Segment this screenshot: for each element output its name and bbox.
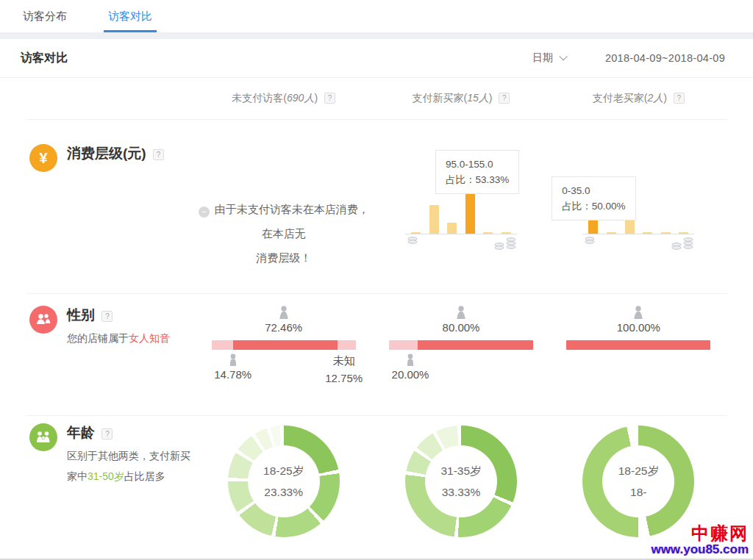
coin-scale: [405, 236, 517, 251]
bar[interactable]: [679, 232, 688, 234]
male-stat: 14.78%: [209, 353, 257, 381]
female-stat: 72.46%: [195, 306, 372, 334]
gender-bar[interactable]: [389, 340, 533, 350]
gender-row: 性别 ? 您的店铺属于女人知音 72.46% 14.78% 未知: [26, 294, 727, 416]
donut-chart[interactable]: 18-25岁 18-: [582, 426, 694, 537]
gender-bar-segment: [389, 340, 418, 350]
tooltip-range: 95.0-155.0: [446, 157, 509, 172]
age-row: 年龄 ? 区别于其他两类，支付新买 家中31-50岁占比居多 18-25岁 23…: [26, 416, 727, 560]
tooltip-range: 0-35.0: [562, 183, 625, 198]
bar[interactable]: [483, 232, 493, 234]
date-filter-label: 日期: [532, 51, 553, 65]
bar[interactable]: [429, 205, 439, 234]
yuan-icon: ¥: [29, 144, 57, 172]
coin-single-icon: [407, 236, 418, 245]
spend-note-cell: −由于未支付访客未在本店消费，在本店无 消费层级！: [195, 120, 372, 293]
male-icon: [403, 353, 418, 367]
bar[interactable]: [411, 232, 421, 234]
help-icon[interactable]: ?: [101, 428, 113, 439]
page-title: 访客对比: [21, 51, 68, 66]
coin-stack-icon: [671, 236, 694, 251]
age-donut-new-buyers: 31-35岁 33.33%: [372, 416, 549, 560]
coin-single-icon: [584, 236, 596, 245]
gender-label: 性别 ? 您的店铺属于女人知音: [26, 294, 195, 415]
gender-bar-segment: [212, 340, 233, 350]
gender-cell-unpaid: 72.46% 14.78% 未知 12.75%: [195, 294, 372, 415]
minus-circle-icon: −: [199, 207, 210, 218]
section-header: 访客对比 日期 2018-04-09~2018-04-09: [0, 39, 753, 78]
gender-bar-segment: [233, 340, 338, 350]
bar[interactable]: [607, 232, 616, 234]
chart-tooltip: 0-35.0 占比：50.00%: [552, 176, 635, 220]
unknown-stat: 未知 12.75%: [315, 352, 374, 387]
family-icon: [29, 423, 57, 451]
male-stat: 20.00%: [386, 353, 435, 381]
chart-axis: [405, 234, 517, 234]
gender-subtitle: 您的店铺属于女人知音: [67, 328, 170, 348]
date-range[interactable]: 2018-04-09~2018-04-09: [605, 52, 725, 64]
help-icon[interactable]: ?: [153, 149, 164, 160]
spend-level-title: 消费层级(元): [67, 146, 146, 161]
people-icon: [29, 306, 57, 334]
age-title: 年龄: [67, 425, 95, 440]
help-icon[interactable]: ?: [499, 93, 510, 104]
female-stat: 100.00%: [550, 306, 727, 334]
gender-subtitle-highlight: 女人知音: [129, 332, 170, 344]
tooltip-share: 占比：50.00%: [562, 198, 625, 214]
chart-axis: [582, 234, 694, 234]
donut-center-label: 18-25岁 18-: [602, 445, 674, 517]
chart-tooltip: 95.0-155.0 占比：53.33%: [435, 150, 519, 194]
help-icon[interactable]: ?: [674, 93, 685, 104]
bar[interactable]: [661, 232, 671, 234]
help-icon[interactable]: ?: [101, 311, 113, 322]
column-header-unpaid-visitors: 未支付访客(690人) ?: [195, 92, 372, 105]
spend-level-label: ¥ 消费层级(元) ?: [26, 120, 195, 293]
column-headers: 未支付访客(690人) ? 支付新买家(15人) ? 支付老买家(2人) ?: [26, 78, 727, 120]
gender-cell-new-buyers: 80.00% 20.00%: [372, 294, 549, 415]
female-stat: 80.00%: [372, 306, 549, 334]
donut-chart[interactable]: 31-35岁 33.33%: [405, 426, 517, 537]
section-divider-band: [0, 32, 753, 39]
gender-bar-segment: [338, 340, 356, 350]
female-icon: [453, 306, 469, 320]
tooltip-share: 占比：53.33%: [446, 172, 509, 187]
column-header-new-buyers: 支付新买家(15人) ?: [372, 92, 549, 105]
date-filter[interactable]: 日期 2018-04-09~2018-04-09: [532, 51, 725, 65]
bar[interactable]: [502, 232, 511, 234]
gender-cell-old-buyers: 100.00%: [550, 294, 727, 415]
help-icon[interactable]: ?: [324, 93, 335, 104]
bar[interactable]: [447, 223, 457, 234]
watermark-site-name: 中赚网: [651, 524, 749, 543]
gender-bar-segment: [418, 340, 533, 350]
age-donut-unpaid: 18-25岁 23.33%: [195, 416, 372, 560]
tab-visitor-comparison[interactable]: 访客对比: [104, 10, 157, 32]
age-subtitle: 区别于其他两类，支付新买 家中31-50岁占比居多: [67, 445, 190, 487]
bar-chart[interactable]: [405, 187, 517, 251]
donut-center-label: 31-35岁 33.33%: [425, 445, 497, 517]
spend-level-row: ¥ 消费层级(元) ? −由于未支付访客未在本店消费，在本店无 消费层级！ 95…: [26, 120, 727, 294]
age-label: 年龄 ? 区别于其他两类，支付新买 家中31-50岁占比居多: [26, 416, 195, 560]
gender-bar[interactable]: [212, 340, 356, 350]
female-icon: [630, 306, 646, 320]
bar[interactable]: [643, 232, 652, 234]
coin-stack-icon: [493, 236, 517, 251]
watermark-url: www.you85.com: [651, 543, 749, 557]
chevron-down-icon: [559, 52, 567, 60]
donut-center-label: 18-25岁 23.33%: [248, 445, 320, 517]
gender-title: 性别: [67, 307, 95, 323]
donut-chart[interactable]: 18-25岁 23.33%: [228, 426, 340, 537]
spend-chart-old-buyers[interactable]: 0-35.0 占比：50.00%: [550, 120, 727, 293]
bar[interactable]: [465, 188, 475, 234]
female-icon: [276, 306, 292, 320]
column-header-old-buyers: 支付老买家(2人) ?: [550, 92, 727, 105]
spend-chart-new-buyers[interactable]: 95.0-155.0 占比：53.33%: [372, 120, 549, 293]
age-subtitle-highlight: 31-50岁: [88, 470, 124, 482]
tab-bar: 访客分布 访客对比: [0, 0, 753, 32]
watermark: 中赚网 www.you85.com: [651, 524, 749, 557]
coin-scale: [582, 236, 694, 251]
gender-bar-segment: [566, 340, 710, 350]
tab-visitor-distribution[interactable]: 访客分布: [18, 10, 71, 32]
gender-bar[interactable]: [566, 340, 710, 350]
male-icon: [226, 353, 240, 367]
